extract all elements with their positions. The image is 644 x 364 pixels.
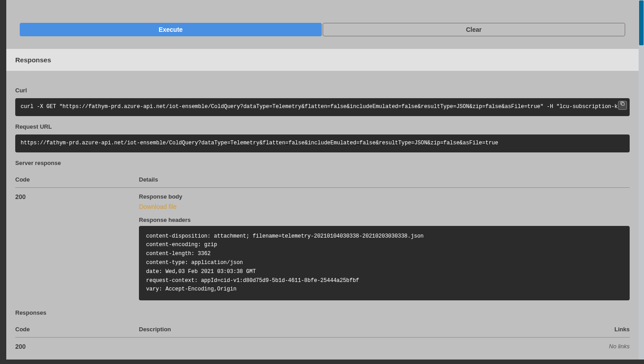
responses-code: 200 [15, 343, 139, 350]
copy-curl-button[interactable] [618, 101, 627, 110]
server-response-row: 200 Response body Download file Response… [15, 188, 630, 301]
content-area: Execute Clear Responses Curl curl -X GET… [6, 0, 639, 360]
button-row: Execute Clear [20, 23, 625, 36]
response-headers-label: Response headers [139, 217, 630, 223]
action-bar: Execute Clear [6, 0, 639, 49]
curl-command-text: curl -X GET "https://fathym-prd.azure-ap… [21, 104, 630, 110]
col-header-details: Details [139, 176, 630, 183]
svg-rect-0 [622, 103, 624, 105]
curl-label: Curl [15, 87, 630, 94]
response-headers-block: content-disposition: attachment; filenam… [139, 226, 630, 301]
request-url-block: https://fathym-prd.azure-api.net/iot-ens… [15, 134, 630, 152]
col-header-links: Links [594, 326, 630, 333]
server-response-table-header: Code Details [15, 171, 630, 188]
responses-description [139, 343, 594, 350]
clipboard-icon [620, 101, 625, 110]
server-response-label: Server response [15, 160, 630, 166]
swagger-viewport: Execute Clear Responses Curl curl -X GET… [0, 0, 644, 364]
request-url-text: https://fathym-prd.azure-api.net/iot-ens… [21, 140, 498, 146]
scrollbar-thumb[interactable] [639, 0, 644, 45]
responses-label: Responses [15, 309, 630, 316]
responses-table-header: Code Description Links [15, 321, 630, 338]
curl-code-block: curl -X GET "https://fathym-prd.azure-ap… [15, 98, 630, 116]
col-header-code-2: Code [15, 326, 139, 333]
responses-links: No links [594, 343, 630, 350]
response-code: 200 [15, 193, 139, 301]
responses-body: Curl curl -X GET "https://fathym-prd.azu… [6, 71, 639, 360]
request-url-label: Request URL [15, 123, 630, 130]
response-details: Response body Download file Response hea… [139, 193, 630, 301]
responses-table-row: 200 No links [15, 338, 630, 350]
clear-button[interactable]: Clear [323, 23, 626, 36]
download-file-link[interactable]: Download file [139, 203, 177, 210]
responses-heading: Responses [6, 49, 639, 71]
col-header-code: Code [15, 176, 139, 183]
response-body-label: Response body [139, 193, 630, 200]
col-header-description: Description [139, 326, 594, 333]
scrollbar-track[interactable] [639, 0, 644, 360]
execute-button[interactable]: Execute [20, 23, 322, 36]
